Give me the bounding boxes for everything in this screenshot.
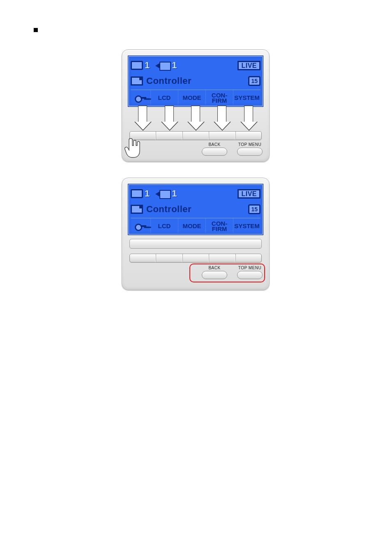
arrow-down-icon bbox=[191, 106, 200, 122]
arrow-down-icon bbox=[165, 106, 174, 122]
softkey-2[interactable] bbox=[156, 132, 182, 140]
live-badge: LIVE bbox=[238, 189, 261, 199]
softkey-3[interactable] bbox=[182, 132, 209, 140]
softkey-5[interactable] bbox=[235, 132, 261, 140]
pointer-hand-icon bbox=[125, 138, 142, 159]
lcd-mid-row: Controller 15 bbox=[131, 74, 261, 88]
key-icon bbox=[135, 223, 146, 229]
controller-icon bbox=[131, 76, 143, 86]
softkey-4[interactable] bbox=[209, 254, 235, 262]
monitor-number: 1 bbox=[145, 61, 150, 70]
menu-label: SYSTEM bbox=[234, 95, 260, 100]
softkey-3[interactable] bbox=[182, 254, 209, 262]
lcd-top-row: 1 1 LIVE bbox=[131, 58, 261, 72]
camera-icon bbox=[155, 61, 170, 70]
arrow-down-icon bbox=[217, 106, 226, 122]
menu-label: MODE bbox=[183, 223, 201, 229]
camera-number: 1 bbox=[172, 61, 177, 70]
controller-icon bbox=[131, 205, 143, 214]
softkey-bar[interactable] bbox=[129, 254, 262, 263]
monitor-icon bbox=[131, 189, 143, 198]
back-button[interactable] bbox=[202, 271, 227, 279]
menu-cell-confirm: CON- FIRM bbox=[205, 90, 233, 104]
menu-cell-lcd: LCD bbox=[150, 218, 178, 233]
nav-button-row: BACK TOP MENU bbox=[184, 143, 263, 156]
live-badge: LIVE bbox=[238, 61, 261, 70]
menu-label: LCD bbox=[158, 223, 171, 229]
camera-number: 1 bbox=[172, 189, 177, 198]
controller-panel-1: 1 1 LIVE Controller 15 LCD MODE bbox=[122, 49, 270, 162]
menu-cell-system: SYSTEM bbox=[233, 218, 261, 233]
menu-label: MODE bbox=[183, 95, 201, 100]
lcd-top-row: 1 1 LIVE bbox=[131, 187, 261, 201]
lcd-menu-row: LCD MODE CON- FIRM SYSTEM bbox=[131, 90, 261, 104]
lcd-menu-row: LCD MODE CON- FIRM SYSTEM bbox=[131, 218, 261, 233]
controller-title: Controller bbox=[146, 76, 191, 86]
softkey-bar[interactable] bbox=[129, 131, 262, 140]
menu-key-icon-cell bbox=[131, 218, 150, 233]
menu-cell-mode: MODE bbox=[178, 218, 205, 233]
top-menu-button-label: TOP MENU bbox=[238, 266, 261, 270]
softkey-4[interactable] bbox=[209, 132, 235, 140]
softkey-5[interactable] bbox=[235, 254, 261, 262]
controller-badge: 15 bbox=[248, 76, 261, 86]
back-button[interactable] bbox=[202, 148, 227, 156]
wide-button[interactable] bbox=[129, 239, 262, 249]
arrow-row bbox=[129, 106, 262, 133]
top-menu-button-label: TOP MENU bbox=[238, 143, 261, 147]
softkey-2[interactable] bbox=[156, 254, 182, 262]
menu-key-icon-cell bbox=[131, 90, 150, 104]
key-icon bbox=[135, 95, 146, 101]
menu-cell-confirm: CON- FIRM bbox=[205, 218, 233, 233]
back-button-label: BACK bbox=[208, 143, 220, 147]
menu-cell-mode: MODE bbox=[178, 90, 205, 104]
menu-label: CON- FIRM bbox=[212, 221, 227, 231]
controller-title: Controller bbox=[146, 205, 191, 214]
menu-label: CON- FIRM bbox=[212, 92, 227, 103]
arrow-down-icon bbox=[138, 106, 147, 122]
monitor-icon bbox=[131, 61, 143, 70]
menu-label: LCD bbox=[158, 95, 171, 100]
menu-cell-system: SYSTEM bbox=[233, 90, 261, 104]
menu-cell-lcd: LCD bbox=[150, 90, 178, 104]
top-menu-button[interactable] bbox=[237, 148, 263, 156]
menu-label: SYSTEM bbox=[234, 223, 260, 229]
softkey-1[interactable] bbox=[130, 254, 156, 262]
camera-icon bbox=[155, 189, 170, 198]
section-bullet bbox=[34, 28, 38, 32]
controller-panel-2: 1 1 LIVE Controller 15 LCD MODE bbox=[122, 178, 270, 290]
lcd-mid-row: Controller 15 bbox=[131, 202, 261, 216]
nav-button-row: BACK TOP MENU bbox=[184, 266, 263, 279]
back-button-label: BACK bbox=[208, 266, 220, 270]
lcd-screen: 1 1 LIVE Controller 15 LCD MODE bbox=[128, 184, 263, 235]
controller-badge: 15 bbox=[248, 204, 261, 214]
top-menu-button[interactable] bbox=[237, 271, 263, 279]
lcd-screen: 1 1 LIVE Controller 15 LCD MODE bbox=[128, 56, 263, 107]
monitor-number: 1 bbox=[145, 189, 150, 198]
arrow-down-icon bbox=[244, 106, 253, 122]
